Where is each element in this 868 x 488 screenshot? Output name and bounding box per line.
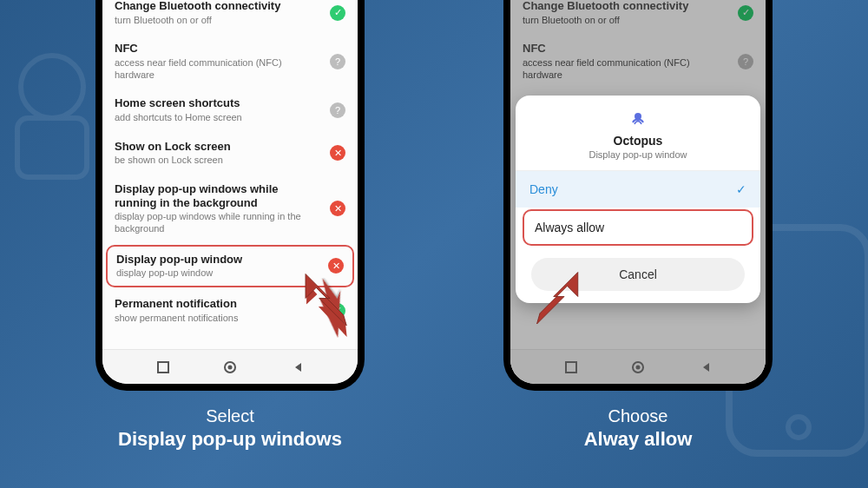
svg-point-6 bbox=[228, 365, 233, 369]
x-icon: ✕ bbox=[328, 258, 344, 274]
phone-right: Change Bluetooth connectivity turn Bluet… bbox=[503, 0, 773, 451]
perm-subtitle: display pop-up windows while running in … bbox=[115, 211, 321, 235]
recent-apps-button[interactable] bbox=[156, 360, 170, 374]
cancel-button[interactable]: Cancel bbox=[531, 258, 745, 291]
caption-right: Choose Alway allow bbox=[584, 406, 693, 451]
question-icon: ? bbox=[330, 102, 345, 118]
caption-line2: Display pop-up windows bbox=[118, 428, 342, 451]
perm-lockscreen[interactable]: Show on Lock screen be shown on Lock scr… bbox=[115, 132, 345, 175]
x-icon: ✕ bbox=[330, 145, 345, 161]
option-allow-label: Always allow bbox=[535, 221, 604, 234]
octopus-icon bbox=[628, 109, 648, 129]
checkmark-icon: ✓ bbox=[736, 182, 746, 196]
perm-permanent-notif[interactable]: Permanent notification show permanent no… bbox=[115, 289, 345, 332]
option-deny[interactable]: Deny ✓ bbox=[516, 170, 760, 208]
perm-title: Permanent notification bbox=[115, 297, 321, 311]
caption-line2: Alway allow bbox=[584, 428, 693, 451]
caption-left: Select Display pop-up windows bbox=[118, 406, 342, 451]
dialog-subtitle: Display pop-up window bbox=[526, 149, 750, 160]
perm-bluetooth[interactable]: Change Bluetooth connectivity turn Bluet… bbox=[115, 0, 345, 34]
permissions-list: Change Bluetooth connectivity turn Bluet… bbox=[102, 0, 358, 349]
phone-left: Change Bluetooth connectivity turn Bluet… bbox=[95, 0, 365, 451]
perm-subtitle: add shortcuts to Home screen bbox=[115, 112, 321, 124]
cancel-label: Cancel bbox=[619, 267, 657, 281]
perm-subtitle: show permanent notifications bbox=[115, 313, 321, 325]
caption-line1: Choose bbox=[584, 406, 693, 426]
check-icon: ✓ bbox=[330, 303, 345, 319]
home-button[interactable] bbox=[223, 360, 237, 374]
perm-title: Display pop-up window bbox=[116, 253, 319, 267]
dialog-app-name: Octopus bbox=[526, 134, 750, 148]
option-always-allow[interactable]: Always allow bbox=[523, 209, 753, 246]
perm-subtitle: turn Bluetooth on or off bbox=[115, 15, 321, 27]
x-icon: ✕ bbox=[330, 201, 345, 216]
perm-title: NFC bbox=[115, 42, 321, 56]
question-icon: ? bbox=[330, 54, 345, 69]
check-icon: ✓ bbox=[330, 5, 345, 21]
caption-line1: Select bbox=[118, 406, 342, 426]
permission-dialog: Octopus Display pop-up window Deny ✓ Alw… bbox=[516, 96, 760, 303]
back-button[interactable] bbox=[291, 360, 305, 374]
perm-title: Change Bluetooth connectivity bbox=[115, 0, 321, 13]
perm-nfc[interactable]: NFC access near field communication (NFC… bbox=[115, 34, 345, 89]
perm-subtitle: be shown on Lock screen bbox=[115, 155, 321, 167]
android-navbar bbox=[102, 349, 358, 384]
svg-rect-4 bbox=[158, 362, 168, 373]
perm-title: Home screen shortcuts bbox=[115, 96, 321, 110]
perm-title: Display pop-up windows while running in … bbox=[115, 182, 321, 209]
perm-subtitle: display pop-up window bbox=[116, 267, 319, 280]
perm-home-shortcuts[interactable]: Home screen shortcuts add shortcuts to H… bbox=[115, 89, 345, 131]
perm-popup-window[interactable]: Display pop-up window display pop-up win… bbox=[106, 245, 354, 287]
perm-title: Show on Lock screen bbox=[115, 140, 321, 154]
svg-point-10 bbox=[635, 113, 641, 120]
perm-subtitle: access near field communication (NFC) ha… bbox=[115, 57, 321, 82]
perm-popup-bg[interactable]: Display pop-up windows while running in … bbox=[115, 175, 345, 243]
option-deny-label: Deny bbox=[529, 182, 558, 196]
